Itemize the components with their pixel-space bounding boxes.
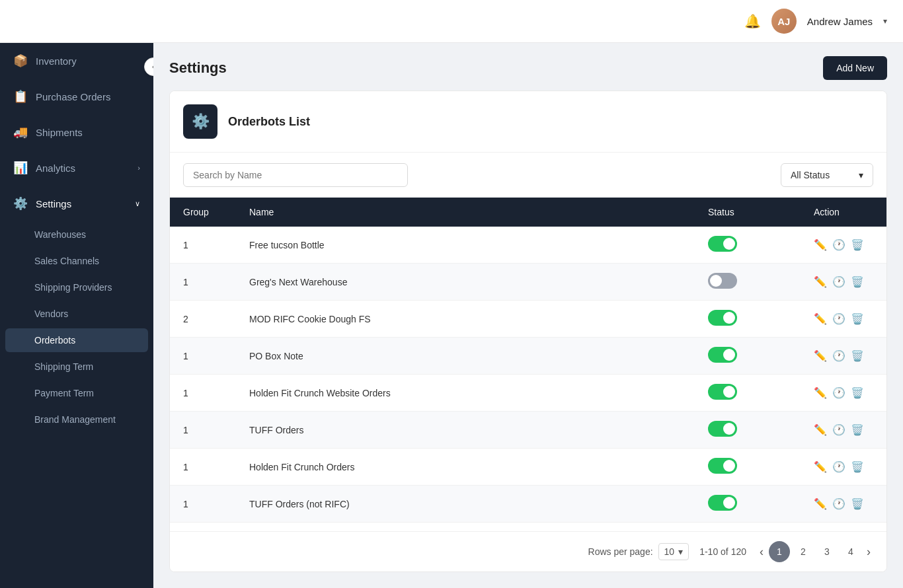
status-toggle[interactable] — [708, 347, 737, 363]
table-row: 1TUFF Orders ✏️ 🕐 🗑️ — [170, 412, 886, 449]
action-icons: ✏️ 🕐 🗑️ — [814, 423, 873, 436]
cell-action: ✏️ 🕐 🗑️ — [801, 449, 886, 486]
sidebar: ‹ 📦 Inventory 📋 Purchase Orders 🚚 Shipme… — [0, 43, 153, 588]
brand-management-label: Brand Management — [34, 414, 116, 425]
sidebar-item-vendors[interactable]: Vendors — [0, 301, 153, 327]
orderbots-table: Group Name Status Action 1Free tucson Bo… — [170, 198, 886, 531]
cell-group: 1 — [170, 412, 236, 449]
status-toggle[interactable] — [708, 384, 737, 400]
delete-icon[interactable]: 🗑️ — [851, 239, 864, 251]
cell-group: 1 — [170, 523, 236, 532]
delete-icon[interactable]: 🗑️ — [851, 423, 864, 436]
delete-icon[interactable]: 🗑️ — [851, 349, 864, 362]
sidebar-item-purchase-orders[interactable]: 📋 Purchase Orders — [0, 79, 153, 114]
rows-per-page-label: Rows per page: — [588, 546, 653, 557]
sidebar-item-shipping-providers[interactable]: Shipping Providers — [0, 274, 153, 301]
history-icon[interactable]: 🕐 — [832, 460, 845, 473]
sidebar-item-warehouses[interactable]: Warehouses — [0, 221, 153, 248]
sidebar-item-analytics[interactable]: 📊 Analytics › — [0, 150, 153, 186]
edit-icon[interactable]: ✏️ — [814, 460, 827, 473]
edit-icon[interactable]: ✏️ — [814, 239, 827, 251]
delete-icon[interactable]: 🗑️ — [851, 460, 864, 473]
action-icons: ✏️ 🕐 🗑️ — [814, 460, 873, 473]
status-toggle[interactable] — [708, 421, 737, 437]
cell-status — [695, 338, 801, 375]
history-icon[interactable]: 🕐 — [832, 312, 845, 325]
rows-per-page-selector: Rows per page: 10 ▾ — [588, 543, 689, 560]
delete-icon[interactable]: 🗑️ — [851, 386, 864, 399]
status-toggle[interactable] — [708, 236, 737, 252]
bell-icon[interactable]: 🔔 — [744, 13, 761, 29]
edit-icon[interactable]: ✏️ — [814, 423, 827, 436]
cell-name: Fit Website Orders — [236, 523, 695, 532]
page-title: Settings — [169, 59, 227, 77]
edit-icon[interactable]: ✏️ — [814, 349, 827, 362]
edit-icon[interactable]: ✏️ — [814, 497, 827, 510]
column-header-action: Action — [801, 198, 886, 227]
action-icons: ✏️ 🕐 🗑️ — [814, 386, 873, 399]
cell-group: 1 — [170, 375, 236, 412]
page-button-4[interactable]: 4 — [840, 541, 861, 562]
sidebar-item-settings[interactable]: ⚙️ Settings ∨ — [0, 186, 153, 221]
user-menu-chevron-icon[interactable]: ▾ — [883, 17, 887, 26]
cell-action: ✏️ 🕐 🗑️ — [801, 264, 886, 301]
table-row: 1Free tucson Bottle ✏️ 🕐 🗑️ — [170, 227, 886, 264]
search-input[interactable] — [183, 163, 408, 187]
cell-status — [695, 412, 801, 449]
status-toggle[interactable] — [708, 310, 737, 326]
history-icon[interactable]: 🕐 — [832, 423, 845, 436]
cell-action: ✏️ 🕐 🗑️ — [801, 486, 886, 523]
edit-icon[interactable]: ✏️ — [814, 276, 827, 288]
delete-icon[interactable]: 🗑️ — [851, 276, 864, 288]
sidebar-item-brand-management[interactable]: Brand Management — [0, 406, 153, 433]
prev-page-button[interactable]: ‹ — [757, 542, 766, 562]
table-container: Group Name Status Action 1Free tucson Bo… — [170, 198, 886, 531]
add-new-button[interactable]: Add New — [823, 56, 887, 80]
history-icon[interactable]: 🕐 — [832, 497, 845, 510]
rows-per-page-dropdown[interactable]: 10 ▾ — [658, 543, 689, 560]
cell-name: PO Box Note — [236, 338, 695, 375]
next-page-button[interactable]: › — [864, 542, 873, 562]
inventory-icon: 📦 — [13, 54, 28, 68]
history-icon[interactable]: 🕐 — [832, 276, 845, 288]
cell-status — [695, 523, 801, 532]
status-filter-dropdown[interactable]: All Status ▾ — [781, 163, 873, 187]
sidebar-item-shipments[interactable]: 🚚 Shipments — [0, 114, 153, 150]
sidebar-item-orderbots[interactable]: Orderbots — [5, 328, 148, 352]
status-toggle[interactable] — [708, 273, 737, 289]
sidebar-item-payment-term[interactable]: Payment Term — [0, 380, 153, 406]
page-button-3[interactable]: 3 — [816, 541, 838, 562]
cell-action: ✏️ 🕐 🗑️ — [801, 375, 886, 412]
action-icons: ✏️ 🕐 🗑️ — [814, 239, 873, 251]
history-icon[interactable]: 🕐 — [832, 239, 845, 251]
table-row: 2MOD RIFC Cookie Dough FS ✏️ 🕐 🗑️ — [170, 301, 886, 338]
page-header: Settings Add New — [153, 43, 903, 91]
status-toggle[interactable] — [708, 495, 737, 511]
sidebar-item-shipping-term[interactable]: Shipping Term — [0, 353, 153, 380]
status-toggle[interactable] — [708, 458, 737, 474]
page-button-2[interactable]: 2 — [793, 541, 814, 562]
delete-icon[interactable]: 🗑️ — [851, 312, 864, 325]
rows-select-chevron-icon: ▾ — [678, 546, 683, 557]
cell-group: 2 — [170, 301, 236, 338]
cell-group: 1 — [170, 486, 236, 523]
page-button-1[interactable]: 1 — [769, 541, 790, 562]
sidebar-item-sales-channels[interactable]: Sales Channels — [0, 248, 153, 274]
page-range-info: 1-10 of 120 — [699, 546, 746, 557]
status-filter-chevron-icon: ▾ — [859, 170, 863, 180]
history-icon[interactable]: 🕐 — [832, 349, 845, 362]
edit-icon[interactable]: ✏️ — [814, 386, 827, 399]
history-icon[interactable]: 🕐 — [832, 386, 845, 399]
sidebar-item-label: Settings — [36, 198, 127, 209]
sidebar-item-inventory[interactable]: 📦 Inventory — [0, 43, 153, 79]
settings-arrow-icon: ∨ — [135, 200, 140, 208]
delete-icon[interactable]: 🗑️ — [851, 497, 864, 510]
cell-name: Free tucson Bottle — [236, 227, 695, 264]
purchase-orders-icon: 📋 — [13, 89, 28, 104]
avatar: AJ — [771, 9, 797, 34]
table-row: 1Greg's Next Warehouse ✏️ 🕐 🗑️ — [170, 264, 886, 301]
edit-icon[interactable]: ✏️ — [814, 312, 827, 325]
cell-name: Holden Fit Crunch Website Orders — [236, 375, 695, 412]
cell-status — [695, 449, 801, 486]
content-card: ⚙️ Orderbots List All Status ▾ Group — [169, 91, 887, 572]
